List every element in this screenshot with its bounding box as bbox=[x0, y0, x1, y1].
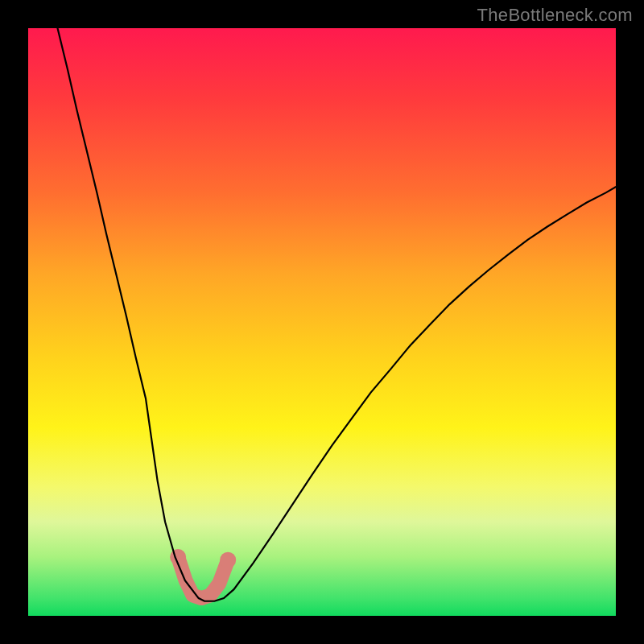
optimal-range-endpoint bbox=[220, 552, 236, 568]
bottleneck-curve bbox=[58, 28, 617, 601]
chart-overlay bbox=[28, 28, 616, 616]
optimal-range-band bbox=[178, 557, 228, 598]
chart-frame: TheBottleneck.com bbox=[0, 0, 644, 644]
watermark-text: TheBottleneck.com bbox=[477, 5, 633, 26]
